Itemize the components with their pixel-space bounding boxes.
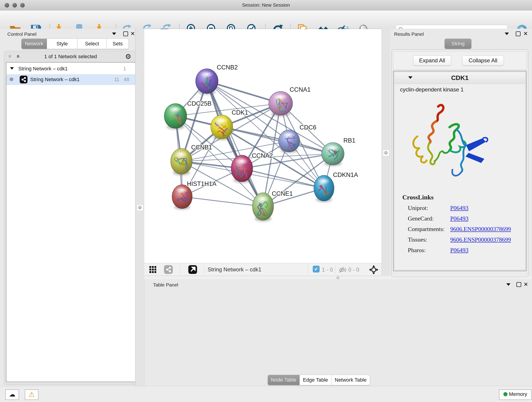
results-button-bar: Expand All Collapse All (393, 51, 527, 70)
toolbar-separator (204, 265, 204, 274)
main-toolbar: ? (0, 11, 532, 29)
network-edge[interactable] (182, 197, 263, 206)
right-splitter-handle[interactable] (383, 150, 389, 156)
network-list-container: » « 1 of 1 Network selected ⚙ String Net… (4, 51, 137, 385)
network-collection-row[interactable]: String Network – cdk1 1 (6, 64, 135, 74)
crosslink-link[interactable]: P06493 (450, 205, 468, 211)
crosslink-label: Compartments: (408, 226, 450, 233)
crosslink-row: GeneCard:P06493 (408, 215, 522, 226)
panel-close-icon[interactable]: ✕ (524, 282, 528, 287)
toolbar-separator (308, 265, 308, 274)
crosslink-link[interactable]: 9606.ENSP00000378699 (450, 226, 511, 232)
gene-header[interactable]: CDK1 (394, 72, 525, 84)
cloud-icon[interactable]: ☁ (5, 389, 19, 400)
memory-button[interactable]: Memory (499, 389, 532, 400)
network-node-CCNB1[interactable] (171, 148, 192, 176)
gene-name: CDK1 (394, 74, 525, 82)
hidden-eye-icon[interactable] (339, 266, 346, 273)
tab-select[interactable]: Select (77, 38, 107, 49)
crosslink-link[interactable]: P06493 (450, 215, 468, 222)
collapse-all-button[interactable]: Collapse All (462, 56, 504, 65)
crosslink-row: Pharos:P06493 (408, 247, 522, 257)
toolbar-separator (180, 265, 180, 274)
crosslink-label: Pharos: (408, 247, 450, 254)
network-status-dot (10, 77, 13, 81)
network-edge[interactable] (222, 127, 333, 154)
tab-string[interactable]: String (444, 38, 472, 49)
table-panel-title: Table Panel (153, 282, 178, 288)
collection-count: 1 (123, 66, 126, 72)
crosslinks-list: Uniprot:P06493GeneCard:P06493Compartment… (408, 205, 522, 257)
titlebar: Session: New Session (0, 0, 532, 11)
selected-checkbox[interactable]: ✔ (313, 266, 320, 273)
tab-network[interactable]: Network (21, 38, 47, 49)
node-label-CCNE1: CCNE1 (272, 190, 293, 197)
crosslink-link[interactable]: 9606.ENSP00000378699 (450, 236, 511, 243)
tab-edge-table[interactable]: Edge Table (300, 375, 331, 385)
table-panel: Table Panel ✕ ⚙ f(x) shared namenamecano… (144, 279, 532, 386)
panel-close-icon[interactable]: ✕ (130, 32, 135, 36)
panel-collapse-icon[interactable] (112, 32, 116, 35)
panel-close-icon[interactable]: ✕ (523, 32, 528, 36)
right-splitter[interactable] (381, 29, 390, 277)
hidden-counts: 0 - 0 (348, 267, 359, 273)
panel-collapse-icon[interactable] (505, 32, 509, 35)
crosshair-icon[interactable] (369, 265, 379, 274)
network-label: String Network – cdk1 (30, 77, 80, 83)
memory-label: Memory (509, 391, 527, 397)
network-view-toolbar: String Network – cdk1 ✔ 1 - 0 0 - 0 (144, 263, 381, 276)
cytoscape-window: Session: New Session (0, 0, 532, 402)
control-panel: Control Panel ✕ NetworkStyleSelectSets »… (0, 29, 135, 386)
tab-sets[interactable]: Sets (107, 38, 129, 49)
network-node-CCNB2[interactable] (196, 69, 218, 95)
network-edge-count: 48 (124, 77, 129, 83)
network-row-selected[interactable]: String Network – cdk1 11 48 (6, 74, 135, 85)
string-results-container: Expand All Collapse All CDK1 cyclin-depe… (392, 49, 528, 277)
gene-section: CDK1 cyclin-dependent kinase 1 (393, 71, 526, 271)
node-label-CCNB2: CCNB2 (217, 64, 238, 71)
crosslink-row: Tissues:9606.ENSP00000378699 (408, 236, 522, 247)
panel-float-icon[interactable] (516, 32, 520, 36)
gear-icon[interactable]: ⚙ (125, 52, 131, 61)
crosslink-link[interactable]: P06493 (450, 247, 468, 254)
panel-float-icon[interactable] (123, 32, 128, 36)
node-label-HIST1H1A: HIST1H1A (187, 180, 216, 187)
expand-all-button[interactable]: Expand All (413, 56, 451, 65)
share-icon[interactable] (164, 265, 173, 274)
node-label-CDKN1A: CDKN1A (333, 172, 358, 178)
crosslink-label: Uniprot: (408, 205, 450, 211)
panel-collapse-icon[interactable] (506, 283, 510, 286)
window-title: Session: New Session (0, 2, 532, 8)
network-list-header: » « 1 of 1 Network selected ⚙ (4, 51, 137, 62)
string-network-graph[interactable]: CCNB2CCNA1CDC25BCDK1CDC6RB1CCNB1CCNA2CDK… (144, 29, 381, 263)
network-node-RB1[interactable] (322, 143, 344, 166)
memory-status-dot (503, 392, 507, 396)
tab-style[interactable]: Style (47, 38, 77, 49)
tab-node-table[interactable]: Node Table (268, 375, 300, 385)
horizontal-splitter-handle[interactable] (336, 276, 339, 279)
network-node-CCNE1[interactable] (253, 193, 273, 222)
birdseye-grid-icon[interactable] (149, 266, 156, 273)
toolbar-separator (335, 265, 336, 274)
tab-network-table[interactable]: Network Table (331, 375, 370, 385)
results-panel-tabs: String (444, 38, 472, 49)
results-panel-title: Results Panel (394, 32, 424, 37)
collection-label: String Network – cdk1 (18, 66, 68, 72)
network-node-CDC6[interactable] (279, 130, 300, 153)
open-in-window-icon[interactable] (188, 265, 197, 274)
network-canvas[interactable]: CCNB2CCNA1CDC25BCDK1CDC6RB1CCNB1CCNA2CDK… (144, 29, 381, 263)
network-node-CDK1[interactable] (211, 115, 233, 140)
left-splitter-handle[interactable] (137, 204, 143, 211)
panel-float-icon[interactable] (516, 282, 521, 287)
network-edge[interactable] (207, 81, 263, 206)
network-node-CDKN1A[interactable] (314, 175, 334, 202)
network-node-CCNA2[interactable] (231, 155, 253, 183)
network-node-CDC25B[interactable] (164, 104, 187, 129)
protein-structure-image (404, 100, 495, 187)
warning-icon[interactable]: ⚠ (25, 389, 38, 400)
collection-expand-icon[interactable] (10, 67, 14, 70)
network-view-title: String Network – cdk1 (208, 266, 261, 273)
network-node-CCNA1[interactable] (269, 91, 293, 116)
left-splitter[interactable] (135, 29, 145, 386)
network-node-HIST1H1A[interactable] (172, 185, 192, 210)
